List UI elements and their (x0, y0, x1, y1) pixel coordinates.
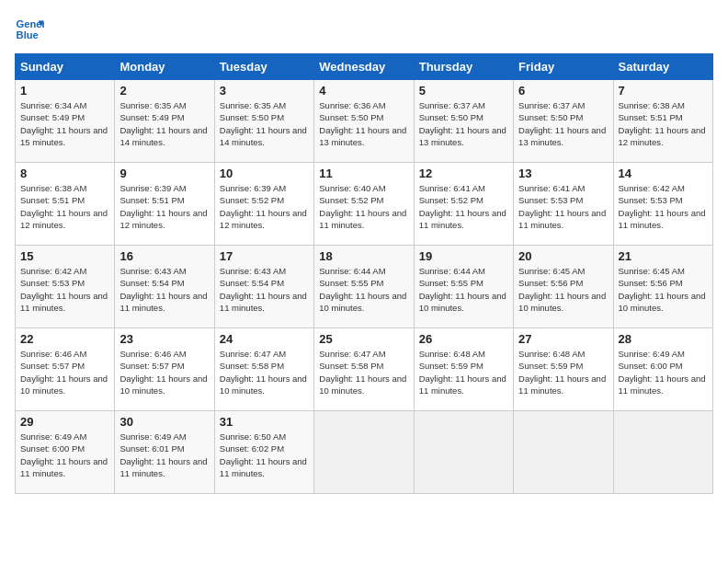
day-info: Sunrise: 6:48 AM Sunset: 5:59 PM Dayligh… (518, 348, 608, 396)
calendar-cell: 21 Sunrise: 6:45 AM Sunset: 5:56 PM Dayl… (613, 246, 712, 328)
svg-text:General: General (17, 18, 44, 29)
day-info: Sunrise: 6:44 AM Sunset: 5:55 PM Dayligh… (319, 265, 408, 314)
day-info: Sunrise: 6:46 AM Sunset: 5:57 PM Dayligh… (20, 348, 109, 396)
weekday-header-tuesday: Tuesday (214, 54, 313, 80)
calendar-cell: 30 Sunrise: 6:49 AM Sunset: 6:01 PM Dayl… (115, 411, 214, 494)
day-number: 22 (20, 332, 109, 346)
day-info: Sunrise: 6:37 AM Sunset: 5:50 PM Dayligh… (419, 99, 508, 148)
day-info: Sunrise: 6:45 AM Sunset: 5:56 PM Dayligh… (518, 265, 608, 314)
calendar-cell: 14 Sunrise: 6:42 AM Sunset: 5:53 PM Dayl… (613, 163, 712, 246)
day-number: 24 (220, 332, 309, 346)
calendar-cell: 25 Sunrise: 6:47 AM Sunset: 5:58 PM Dayl… (314, 328, 414, 411)
day-info: Sunrise: 6:41 AM Sunset: 5:53 PM Dayligh… (518, 182, 608, 231)
calendar-cell: 15 Sunrise: 6:42 AM Sunset: 5:53 PM Dayl… (16, 246, 115, 328)
day-info: Sunrise: 6:44 AM Sunset: 5:55 PM Dayligh… (419, 265, 508, 314)
day-info: Sunrise: 6:35 AM Sunset: 5:49 PM Dayligh… (119, 99, 209, 148)
calendar-cell: 26 Sunrise: 6:48 AM Sunset: 5:59 PM Dayl… (414, 328, 513, 411)
calendar-week-1: 1 Sunrise: 6:34 AM Sunset: 5:49 PM Dayli… (16, 80, 713, 163)
calendar-cell: 20 Sunrise: 6:45 AM Sunset: 5:56 PM Dayl… (514, 246, 613, 328)
day-info: Sunrise: 6:34 AM Sunset: 5:49 PM Dayligh… (20, 99, 109, 148)
day-info: Sunrise: 6:36 AM Sunset: 5:50 PM Dayligh… (319, 99, 408, 148)
day-number: 27 (518, 332, 608, 346)
weekday-header-wednesday: Wednesday (314, 54, 414, 80)
day-number: 19 (419, 249, 508, 263)
page-header: General Blue (15, 15, 713, 44)
day-number: 17 (220, 249, 309, 263)
calendar-cell: 18 Sunrise: 6:44 AM Sunset: 5:55 PM Dayl… (314, 246, 414, 328)
calendar-week-5: 29 Sunrise: 6:49 AM Sunset: 6:00 PM Dayl… (16, 411, 713, 494)
day-info: Sunrise: 6:42 AM Sunset: 5:53 PM Dayligh… (20, 265, 109, 314)
day-number: 31 (220, 415, 309, 429)
day-number: 30 (119, 415, 209, 429)
calendar-cell: 22 Sunrise: 6:46 AM Sunset: 5:57 PM Dayl… (16, 328, 115, 411)
weekday-header-monday: Monday (115, 54, 214, 80)
calendar-cell: 7 Sunrise: 6:38 AM Sunset: 5:51 PM Dayli… (613, 80, 712, 163)
day-info: Sunrise: 6:43 AM Sunset: 5:54 PM Dayligh… (220, 265, 309, 314)
calendar-cell: 11 Sunrise: 6:40 AM Sunset: 5:52 PM Dayl… (314, 163, 414, 246)
calendar-week-2: 8 Sunrise: 6:38 AM Sunset: 5:51 PM Dayli… (16, 163, 713, 246)
day-number: 11 (319, 167, 408, 180)
day-info: Sunrise: 6:49 AM Sunset: 6:01 PM Dayligh… (119, 431, 209, 479)
day-number: 6 (518, 84, 608, 98)
day-number: 4 (319, 84, 408, 98)
day-number: 25 (319, 332, 408, 346)
weekday-header-saturday: Saturday (613, 54, 712, 80)
day-info: Sunrise: 6:47 AM Sunset: 5:58 PM Dayligh… (220, 348, 309, 396)
calendar-cell: 1 Sunrise: 6:34 AM Sunset: 5:49 PM Dayli… (16, 80, 115, 163)
day-number: 18 (319, 249, 408, 263)
calendar-week-3: 15 Sunrise: 6:42 AM Sunset: 5:53 PM Dayl… (16, 246, 713, 328)
day-info: Sunrise: 6:38 AM Sunset: 5:51 PM Dayligh… (619, 99, 708, 148)
day-info: Sunrise: 6:42 AM Sunset: 5:53 PM Dayligh… (619, 182, 708, 231)
calendar-cell (613, 411, 712, 494)
calendar-cell (314, 411, 414, 494)
calendar-cell (514, 411, 613, 494)
calendar-cell: 28 Sunrise: 6:49 AM Sunset: 6:00 PM Dayl… (613, 328, 712, 411)
calendar-cell: 24 Sunrise: 6:47 AM Sunset: 5:58 PM Dayl… (214, 328, 313, 411)
calendar-cell: 29 Sunrise: 6:49 AM Sunset: 6:00 PM Dayl… (16, 411, 115, 494)
calendar-cell (414, 411, 513, 494)
day-number: 5 (419, 84, 508, 98)
day-info: Sunrise: 6:37 AM Sunset: 5:50 PM Dayligh… (518, 99, 608, 148)
calendar-cell: 13 Sunrise: 6:41 AM Sunset: 5:53 PM Dayl… (514, 163, 613, 246)
day-number: 20 (518, 249, 608, 263)
day-info: Sunrise: 6:41 AM Sunset: 5:52 PM Dayligh… (419, 182, 508, 231)
day-number: 1 (20, 84, 109, 98)
logo-icon: General Blue (15, 15, 44, 44)
calendar-cell: 3 Sunrise: 6:35 AM Sunset: 5:50 PM Dayli… (214, 80, 313, 163)
day-number: 10 (220, 167, 309, 180)
calendar-cell: 2 Sunrise: 6:35 AM Sunset: 5:49 PM Dayli… (115, 80, 214, 163)
calendar-cell: 16 Sunrise: 6:43 AM Sunset: 5:54 PM Dayl… (115, 246, 214, 328)
day-number: 8 (20, 167, 109, 180)
calendar-cell: 4 Sunrise: 6:36 AM Sunset: 5:50 PM Dayli… (314, 80, 414, 163)
day-number: 21 (619, 249, 708, 263)
day-info: Sunrise: 6:47 AM Sunset: 5:58 PM Dayligh… (319, 348, 408, 396)
day-info: Sunrise: 6:38 AM Sunset: 5:51 PM Dayligh… (20, 182, 109, 231)
day-number: 26 (419, 332, 508, 346)
weekday-header-thursday: Thursday (414, 54, 513, 80)
day-info: Sunrise: 6:48 AM Sunset: 5:59 PM Dayligh… (419, 348, 508, 396)
calendar-table: SundayMondayTuesdayWednesdayThursdayFrid… (15, 53, 713, 494)
calendar-cell: 27 Sunrise: 6:48 AM Sunset: 5:59 PM Dayl… (514, 328, 613, 411)
calendar-week-4: 22 Sunrise: 6:46 AM Sunset: 5:57 PM Dayl… (16, 328, 713, 411)
day-info: Sunrise: 6:39 AM Sunset: 5:52 PM Dayligh… (220, 182, 309, 231)
logo: General Blue (15, 15, 44, 44)
day-info: Sunrise: 6:39 AM Sunset: 5:51 PM Dayligh… (119, 182, 209, 231)
day-info: Sunrise: 6:50 AM Sunset: 6:02 PM Dayligh… (220, 431, 309, 479)
calendar-cell: 12 Sunrise: 6:41 AM Sunset: 5:52 PM Dayl… (414, 163, 513, 246)
calendar-cell: 6 Sunrise: 6:37 AM Sunset: 5:50 PM Dayli… (514, 80, 613, 163)
calendar-cell: 10 Sunrise: 6:39 AM Sunset: 5:52 PM Dayl… (214, 163, 313, 246)
day-number: 9 (119, 167, 209, 180)
day-number: 2 (119, 84, 209, 98)
day-number: 23 (119, 332, 209, 346)
day-info: Sunrise: 6:45 AM Sunset: 5:56 PM Dayligh… (619, 265, 708, 314)
day-number: 13 (518, 167, 608, 180)
calendar-cell: 23 Sunrise: 6:46 AM Sunset: 5:57 PM Dayl… (115, 328, 214, 411)
calendar-cell: 31 Sunrise: 6:50 AM Sunset: 6:02 PM Dayl… (214, 411, 313, 494)
weekday-header-sunday: Sunday (16, 54, 115, 80)
day-number: 14 (619, 167, 708, 180)
calendar-cell: 17 Sunrise: 6:43 AM Sunset: 5:54 PM Dayl… (214, 246, 313, 328)
calendar-cell: 9 Sunrise: 6:39 AM Sunset: 5:51 PM Dayli… (115, 163, 214, 246)
day-info: Sunrise: 6:43 AM Sunset: 5:54 PM Dayligh… (119, 265, 209, 314)
calendar-cell: 19 Sunrise: 6:44 AM Sunset: 5:55 PM Dayl… (414, 246, 513, 328)
day-number: 28 (619, 332, 708, 346)
